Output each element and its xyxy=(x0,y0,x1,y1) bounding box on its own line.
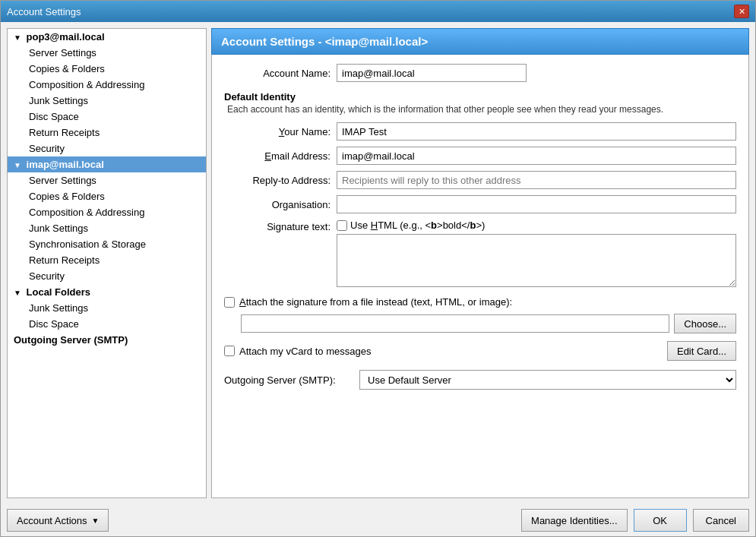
account-actions-label: Account Actions xyxy=(17,515,87,526)
expand-arrow-local: ▼ xyxy=(14,289,21,297)
account-name-row: Account Name: xyxy=(224,64,736,82)
vcard-left: Attach my vCard to messages xyxy=(224,346,371,357)
sidebar-item-imap-sync[interactable]: Synchronisation & Storage xyxy=(8,236,206,252)
your-name-label: Your Name: xyxy=(224,126,331,137)
sidebar-item-imap-security[interactable]: Security xyxy=(8,268,206,284)
expand-arrow-imap: ▼ xyxy=(14,161,21,169)
sidebar-item-pop3-disc[interactable]: Disc Space xyxy=(8,109,206,125)
panel-header: Account Settings - <imap@mail.local> xyxy=(211,28,749,55)
sidebar-item-local-junk[interactable]: Junk Settings xyxy=(8,300,206,316)
local-account-label: Local Folders xyxy=(27,286,91,298)
manage-identities-button[interactable]: Manage Identities... xyxy=(521,509,627,532)
signature-label: Signature text: xyxy=(224,220,331,232)
email-input[interactable] xyxy=(337,147,736,165)
sidebar-item-pop3-junk[interactable]: Junk Settings xyxy=(8,93,206,109)
titlebar: Account Settings ✕ xyxy=(1,1,755,22)
sidebar-item-imap-composition[interactable]: Composition & Addressing xyxy=(8,204,206,220)
sig-html-label: Use HTML (e.g., <b>bold</b>) xyxy=(350,220,485,231)
org-row: Organisation: xyxy=(224,195,736,213)
sidebar-item-pop3-return[interactable]: Return Receipts xyxy=(8,125,206,141)
right-panel: Account Settings - <imap@mail.local> Acc… xyxy=(211,28,749,498)
reply-to-input[interactable] xyxy=(337,171,736,189)
sidebar-item-imap-return[interactable]: Return Receipts xyxy=(8,252,206,268)
signature-textarea[interactable] xyxy=(337,234,736,287)
sidebar-item-pop3-server[interactable]: Server Settings xyxy=(8,45,206,61)
default-identity-desc: Each account has an identity, which is t… xyxy=(224,103,736,116)
vcard-label: Attach my vCard to messages xyxy=(239,346,371,357)
sidebar-item-pop3-composition[interactable]: Composition & Addressing xyxy=(8,77,206,93)
org-label: Organisation: xyxy=(224,199,331,210)
outgoing-server-select[interactable]: Use Default Server Custom Server xyxy=(359,370,736,390)
sidebar-item-local[interactable]: ▼ Local Folders xyxy=(8,284,206,300)
pop3-account-label: pop3@mail.local xyxy=(27,31,105,43)
account-actions-arrow-icon: ▼ xyxy=(92,516,100,525)
main-content: ▼ pop3@mail.local Server Settings Copies… xyxy=(1,22,755,504)
outgoing-server-label: Outgoing Server (SMTP): xyxy=(224,374,353,386)
sidebar-item-pop3-copies[interactable]: Copies & Folders xyxy=(8,61,206,77)
window-title: Account Settings xyxy=(7,6,81,17)
ok-button[interactable]: OK xyxy=(634,509,687,532)
expand-arrow-pop3: ▼ xyxy=(14,33,21,42)
sidebar-item-imap-server[interactable]: Server Settings xyxy=(8,172,206,188)
sig-html-checkbox[interactable] xyxy=(337,220,347,231)
attach-sig-label: Attach the signature from a file instead… xyxy=(239,296,512,308)
account-actions-button[interactable]: Account Actions ▼ xyxy=(7,509,109,532)
account-name-input[interactable] xyxy=(337,64,527,82)
sidebar: ▼ pop3@mail.local Server Settings Copies… xyxy=(7,28,207,498)
sidebar-item-imap-junk[interactable]: Junk Settings xyxy=(8,220,206,236)
imap-account-label: imap@mail.local xyxy=(27,159,104,170)
sidebar-item-outgoing[interactable]: Outgoing Server (SMTP) xyxy=(8,332,206,348)
attach-sig-input-row: Choose... xyxy=(224,314,736,333)
close-button[interactable]: ✕ xyxy=(734,5,749,18)
sig-html-row: Use HTML (e.g., <b>bold</b>) xyxy=(337,220,736,231)
account-name-label: Account Name: xyxy=(224,68,331,79)
sidebar-item-local-disc[interactable]: Disc Space xyxy=(8,316,206,332)
default-identity-title: Default Identity xyxy=(224,91,736,103)
edit-card-button[interactable]: Edit Card... xyxy=(667,341,736,361)
sidebar-item-pop3[interactable]: ▼ pop3@mail.local xyxy=(8,29,206,45)
attach-sig-path-input[interactable] xyxy=(241,314,669,333)
window: Account Settings ✕ ▼ pop3@mail.local Ser… xyxy=(0,0,756,537)
outgoing-label: Outgoing Server (SMTP) xyxy=(14,334,128,346)
choose-button[interactable]: Choose... xyxy=(674,314,736,333)
reply-to-label: Reply-to Address: xyxy=(224,175,331,186)
your-name-input[interactable] xyxy=(337,122,736,141)
reply-to-row: Reply-to Address: xyxy=(224,171,736,189)
panel-body: Account Name: Default Identity Each acco… xyxy=(211,55,749,498)
signature-row: Signature text: Use HTML (e.g., <b>bold<… xyxy=(224,220,736,287)
attach-sig-row: Attach the signature from a file instead… xyxy=(224,296,736,308)
outgoing-select-wrapper: Use Default Server Custom Server xyxy=(359,370,736,390)
right-bottom-buttons: Manage Identities... OK Cancel xyxy=(521,509,749,532)
cancel-button[interactable]: Cancel xyxy=(693,509,749,532)
your-name-row: Your Name: xyxy=(224,122,736,141)
sidebar-item-imap[interactable]: ▼ imap@mail.local xyxy=(8,156,206,172)
default-identity-section: Default Identity Each account has an ide… xyxy=(224,88,736,116)
sidebar-item-imap-copies[interactable]: Copies & Folders xyxy=(8,188,206,204)
signature-right: Use HTML (e.g., <b>bold</b>) xyxy=(337,220,736,287)
attach-sig-checkbox[interactable] xyxy=(224,297,235,308)
sidebar-item-pop3-security[interactable]: Security xyxy=(8,141,206,156)
outgoing-server-row: Outgoing Server (SMTP): Use Default Serv… xyxy=(224,370,736,390)
vcard-checkbox[interactable] xyxy=(224,346,235,356)
vcard-row: Attach my vCard to messages Edit Card... xyxy=(224,341,736,361)
org-input[interactable] xyxy=(337,195,736,213)
email-label: Email Address: xyxy=(224,150,331,162)
email-row: Email Address: xyxy=(224,147,736,165)
bottom-bar: Account Actions ▼ Manage Identities... O… xyxy=(1,504,755,536)
